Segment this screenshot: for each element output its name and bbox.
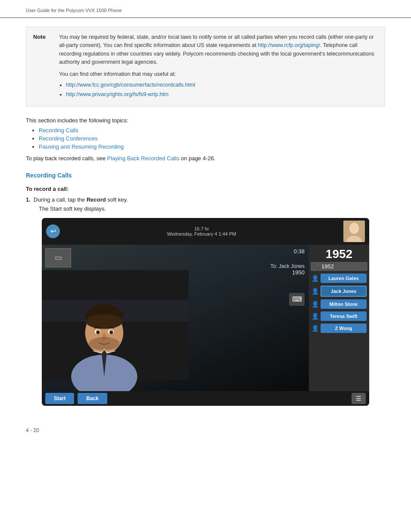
playback-suffix: on page 4-26.	[179, 155, 215, 162]
active-call-number: 1952	[321, 263, 334, 270]
topic-pausing-recording[interactable]: Pausing and Resuming Recording	[39, 143, 124, 150]
phone-storage: 16.7 hr	[64, 226, 339, 231]
note-label: Note	[33, 33, 50, 100]
contact-btn-0[interactable]: Lauren Gates	[321, 274, 367, 283]
sub-heading: To record a call:	[26, 186, 385, 192]
active-call-indicator: 📞 1952	[311, 262, 367, 271]
phone-logo-button[interactable]: ↩	[46, 224, 60, 238]
note-links-list: http://www.fcc.gov/cgb/consumerfacts/rec…	[66, 81, 378, 99]
topic-recording-calls[interactable]: Recording Calls	[39, 127, 78, 134]
step1-bold: Record	[87, 196, 106, 203]
contact-icon-4: 👤	[311, 325, 319, 332]
page-footer: 4 - 20	[0, 423, 411, 438]
contact-btn-2[interactable]: Milton Stone	[321, 299, 367, 309]
phone-sidebar: 1952 📞 1952 👤 Lauren Gates 👤 Jack Jones …	[309, 245, 369, 391]
step1-suffix: soft key.	[106, 196, 128, 203]
phone-datetime: Wednesday, February 4 1:44 PM	[64, 231, 339, 236]
phone-top-bar: ↩ 16.7 hr Wednesday, February 4 1:44 PM	[42, 218, 369, 245]
phone-logo-icon: ↩	[50, 227, 56, 235]
recording-calls-heading: Recording Calls	[26, 172, 385, 179]
note-link-fcc[interactable]: http://www.fcc.gov/cgb/consumerfacts/rec…	[66, 82, 195, 88]
phone-avatar	[343, 221, 365, 242]
contact-icon-3: 👤	[311, 313, 319, 320]
svg-point-3	[349, 223, 359, 234]
call-info-overlay: 0:38 To: Jack Jones 1950 ⌨	[271, 248, 305, 306]
phone-ui: ↩ 16.7 hr Wednesday, February 4 1:44 PM	[42, 218, 369, 406]
note-content: You may be required by federal, state, a…	[59, 33, 378, 100]
menu-icon[interactable]: ☰	[352, 393, 366, 404]
back-softkey[interactable]: Back	[78, 393, 107, 404]
contact-btn-3[interactable]: Teresa Swift	[321, 311, 367, 321]
step-number: 1.	[26, 196, 31, 203]
playback-text: To play back recorded calls, see	[26, 155, 107, 162]
note-link-privacy[interactable]: http://www.privacyrights.org/fs/fs9-wrtp…	[66, 91, 168, 97]
keypad-icon[interactable]: ⌨	[289, 293, 305, 306]
svg-point-10	[86, 314, 122, 329]
phone-bottom-bar: Start Back ☰	[42, 391, 369, 406]
svg-point-13	[96, 330, 100, 334]
topics-list: Recording Calls Recording Conferences Pa…	[39, 127, 385, 150]
topics-intro: This section includes the following topi…	[26, 117, 385, 124]
contact-item-0: 👤 Lauren Gates	[311, 273, 367, 284]
svg-point-14	[109, 330, 113, 334]
call-timer: 0:38	[271, 248, 305, 255]
contact-item-2: 👤 Milton Stone	[311, 299, 367, 310]
call-to: To: Jack Jones	[271, 263, 305, 269]
contact-icon-1: 👤	[311, 288, 319, 295]
phone-video: ▭ 0:38 To: Jack Jones 1950 ⌨	[42, 245, 309, 391]
note-useful-intro: You can find other information that may …	[59, 70, 378, 78]
playback-reference: To play back recorded calls, see Playing…	[26, 155, 385, 162]
contact-icon-2: 👤	[311, 301, 319, 308]
contact-icon-0: 👤	[311, 275, 319, 282]
contact-btn-4[interactable]: Z Wong	[321, 324, 367, 333]
phone-main-display: ▭ 0:38 To: Jack Jones 1950 ⌨	[42, 245, 369, 391]
contact-item-1: 👤 Jack Jones	[311, 285, 367, 298]
caller-number: 1952	[311, 246, 367, 261]
playback-link[interactable]: Playing Back Recorded Calls	[107, 155, 180, 162]
video-placeholder: ▭ 0:38 To: Jack Jones 1950 ⌨	[42, 245, 309, 391]
avatar-image	[343, 221, 365, 242]
note-box: Note You may be required by federal, sta…	[26, 27, 385, 107]
active-call-icon: 📞	[313, 263, 320, 269]
keypad-area: ⌨	[271, 293, 305, 306]
step1-sub: The Start soft key displays.	[39, 205, 385, 212]
contact-btn-1[interactable]: Jack Jones	[321, 286, 367, 297]
call-number: 1950	[271, 269, 305, 276]
header-text: User Guide for the Polycom VVX 1500 Phon…	[26, 8, 122, 13]
topic-recording-conferences[interactable]: Recording Conferences	[39, 135, 98, 142]
start-softkey[interactable]: Start	[45, 393, 74, 404]
page-header: User Guide for the Polycom VVX 1500 Phon…	[0, 0, 411, 18]
step1-text: During a call, tap the	[34, 196, 87, 203]
step1: 1. During a call, tap the Record soft ke…	[26, 196, 385, 203]
svg-point-15	[89, 337, 120, 350]
main-content: Note You may be required by federal, sta…	[0, 18, 411, 423]
contact-item-3: 👤 Teresa Swift	[311, 311, 367, 322]
note-link1[interactable]: http://www.rcfp.org/taping/	[258, 42, 320, 48]
page-number: 4 - 20	[26, 427, 39, 433]
contact-item-4: 👤 Z Wong	[311, 323, 367, 334]
phone-center-info: 16.7 hr Wednesday, February 4 1:44 PM	[64, 226, 339, 236]
